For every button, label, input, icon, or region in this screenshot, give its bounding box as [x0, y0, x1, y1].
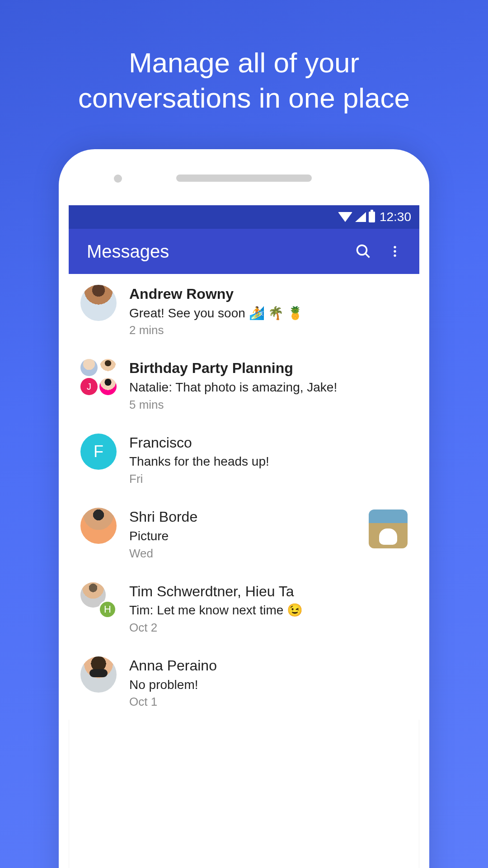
promo-title-line2: conversations in one place — [36, 80, 452, 116]
conversation-item[interactable]: Anna Peraino No problem! Oct 1 — [69, 646, 419, 720]
app-bar: Messages — [69, 229, 419, 274]
avatar — [80, 508, 117, 544]
conversation-time: Oct 2 — [129, 621, 408, 635]
conversation-preview: No problem! — [129, 676, 408, 693]
status-time: 12:30 — [380, 210, 411, 224]
phone-frame: 12:30 Messages — [59, 149, 429, 868]
conversation-item[interactable]: H Tim Schwerdtner, Hieu Ta Tim: Let me k… — [69, 571, 419, 646]
promo-title-line1: Manage all of your — [36, 45, 452, 80]
svg-point-4 — [394, 255, 396, 257]
svg-line-1 — [366, 254, 370, 258]
duo-avatar: H — [80, 582, 117, 618]
conversation-preview: Picture — [129, 528, 356, 545]
phone-camera-dot — [114, 175, 122, 183]
conversation-name: Birthday Party Planning — [129, 359, 408, 378]
wifi-icon — [338, 212, 352, 222]
conversation-name: Francisco — [129, 434, 408, 453]
conversation-name: Shri Borde — [129, 508, 356, 527]
conversation-item[interactable]: F Francisco Thanks for the heads up! Fri — [69, 423, 419, 497]
status-bar: 12:30 — [69, 205, 419, 229]
avatar — [80, 656, 117, 693]
conversation-time: 5 mins — [129, 398, 408, 412]
conversation-time: Fri — [129, 472, 408, 486]
svg-point-0 — [357, 245, 367, 255]
message-thumbnail[interactable] — [369, 509, 408, 548]
conversation-name: Andrew Rowny — [129, 285, 408, 304]
svg-point-2 — [394, 246, 396, 248]
more-vertical-icon — [388, 244, 402, 259]
app-title: Messages — [87, 241, 345, 262]
conversation-preview: Natalie: That photo is amazing, Jake! — [129, 379, 408, 396]
promo-title: Manage all of your conversations in one … — [0, 0, 488, 115]
search-button[interactable] — [350, 238, 377, 265]
conversation-item[interactable]: J Birthday Party Planning Natalie: That … — [69, 348, 419, 422]
conversation-preview: Tim: Let me know next time 😉 — [129, 602, 408, 619]
conversation-item[interactable]: Andrew Rowny Great! See you soon 🏄 🌴 🍍 2… — [69, 274, 419, 348]
battery-icon — [369, 212, 375, 222]
search-icon — [355, 243, 371, 259]
phone-screen: 12:30 Messages — [69, 205, 419, 868]
conversation-preview: Great! See you soon 🏄 🌴 🍍 — [129, 305, 408, 322]
conversation-list[interactable]: Andrew Rowny Great! See you soon 🏄 🌴 🍍 2… — [69, 274, 419, 720]
phone-speaker-slot — [176, 175, 312, 182]
svg-point-3 — [394, 250, 396, 252]
avatar — [80, 285, 117, 321]
group-avatar: J — [80, 359, 117, 395]
conversation-name: Tim Schwerdtner, Hieu Ta — [129, 582, 408, 601]
cell-signal-icon — [355, 212, 366, 222]
conversation-time: 2 mins — [129, 323, 408, 337]
conversation-time: Wed — [129, 547, 356, 561]
conversation-name: Anna Peraino — [129, 656, 408, 675]
conversation-time: Oct 1 — [129, 695, 408, 709]
more-menu-button[interactable] — [381, 238, 408, 265]
conversation-preview: Thanks for the heads up! — [129, 453, 408, 470]
conversation-item[interactable]: Shri Borde Picture Wed — [69, 497, 419, 571]
avatar-letter: F — [80, 434, 117, 470]
